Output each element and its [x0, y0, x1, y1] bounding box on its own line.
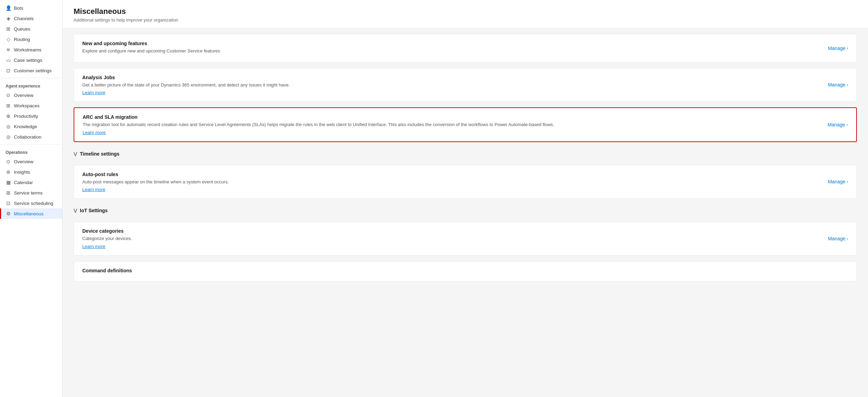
timeline-collapse-icon: ⋁ [74, 151, 77, 156]
card-device-categories: Device categories Categorize your device… [74, 222, 857, 256]
sidebar-item-op-service-scheduling[interactable]: ⊡ Service scheduling [0, 198, 62, 208]
operations-header: Operations [0, 147, 62, 156]
card-device-categories-link[interactable]: Learn more [82, 244, 105, 249]
chevron-right-icon-4: › [847, 179, 848, 184]
sidebar-item-op-insights[interactable]: ⊛ Insights [0, 167, 62, 177]
card-new-features-left: New and upcoming features Explore and co… [82, 41, 819, 56]
card-arc-sla-left: ARC and SLA migration The migration tool… [83, 114, 819, 135]
card-new-features: New and upcoming features Explore and co… [74, 34, 857, 63]
chevron-right-icon-2: › [847, 82, 848, 87]
ae-workspaces-icon: ⊞ [6, 103, 11, 108]
case-settings-icon: ▭ [6, 57, 11, 63]
sidebar-item-workstreams[interactable]: ≋ Workstreams [0, 44, 62, 55]
bots-icon: 👤 [6, 5, 11, 11]
workstreams-icon: ≋ [6, 47, 11, 52]
op-overview-icon: ⊙ [6, 159, 11, 164]
op-calendar-icon: ▦ [6, 180, 11, 185]
queues-icon: ⊞ [6, 26, 11, 32]
card-arc-sla: ARC and SLA migration The migration tool… [74, 107, 857, 142]
op-miscellaneous-icon: ⚙ [6, 211, 11, 216]
page-title: Miscellaneous [74, 7, 857, 16]
card-analysis-jobs-manage[interactable]: Manage › [819, 82, 848, 88]
sidebar-item-op-service-terms[interactable]: ⊞ Service terms [0, 188, 62, 198]
card-arc-sla-link[interactable]: Learn more [83, 130, 106, 135]
page-subtitle: Additional settings to help improve your… [74, 17, 857, 23]
sidebar: 👤 Bots ◈ Channels ⊞ Queues ◇ Routing ≋ W… [0, 0, 62, 397]
card-auto-post-left: Auto-post rules Auto-post messages appea… [82, 172, 819, 192]
card-arc-sla-title: ARC and SLA migration [83, 114, 819, 120]
card-command-definitions: Command definitions [74, 261, 857, 281]
card-new-features-title: New and upcoming features [82, 41, 819, 46]
card-analysis-jobs-left: Analysis Jobs Get a better picture of th… [82, 75, 819, 96]
sidebar-item-customer-settings[interactable]: ⊡ Customer settings [0, 65, 62, 76]
agent-experience-header: Agent experience [0, 80, 62, 90]
card-auto-post: Auto-post rules Auto-post messages appea… [74, 165, 857, 199]
sidebar-item-ae-productivity[interactable]: ⊕ Productivity [0, 111, 62, 121]
card-command-definitions-left: Command definitions [82, 268, 848, 275]
content-area: New and upcoming features Explore and co… [62, 34, 868, 292]
iot-section-label: IoT Settings [80, 208, 108, 213]
chevron-right-icon-5: › [847, 236, 848, 241]
sidebar-item-routing[interactable]: ◇ Routing [0, 34, 62, 44]
card-arc-sla-desc: The migration tool for automatic record … [83, 121, 819, 128]
ae-collaboration-icon: ◎ [6, 134, 11, 140]
sidebar-item-ae-knowledge[interactable]: ◎ Knowledge [0, 121, 62, 132]
page-header: Miscellaneous Additional settings to hel… [62, 0, 868, 28]
card-analysis-jobs-link[interactable]: Learn more [82, 90, 105, 95]
divider-2 [0, 144, 62, 144]
ae-knowledge-icon: ◎ [6, 124, 11, 129]
channels-icon: ◈ [6, 16, 11, 21]
divider-1 [0, 78, 62, 78]
card-command-definitions-title: Command definitions [82, 268, 848, 273]
card-arc-sla-manage[interactable]: Manage › [819, 122, 848, 127]
op-insights-icon: ⊛ [6, 169, 11, 175]
card-device-categories-manage[interactable]: Manage › [819, 236, 848, 241]
customer-settings-icon: ⊡ [6, 68, 11, 73]
sidebar-item-ae-collaboration[interactable]: ◎ Collaboration [0, 132, 62, 142]
sidebar-item-op-overview[interactable]: ⊙ Overview [0, 156, 62, 167]
sidebar-item-ae-workspaces[interactable]: ⊞ Workspaces [0, 100, 62, 111]
card-device-categories-desc: Categorize your devices. [82, 235, 819, 242]
ae-productivity-icon: ⊕ [6, 113, 11, 119]
card-analysis-jobs-title: Analysis Jobs [82, 75, 819, 80]
op-service-terms-icon: ⊞ [6, 190, 11, 196]
timeline-section-label: Timeline settings [80, 151, 119, 157]
card-auto-post-manage[interactable]: Manage › [819, 179, 848, 184]
sidebar-item-queues[interactable]: ⊞ Queues [0, 24, 62, 34]
card-new-features-desc: Explore and configure new and upcoming C… [82, 48, 819, 55]
chevron-right-icon-3: › [846, 122, 848, 127]
op-service-scheduling-icon: ⊡ [6, 200, 11, 206]
iot-section-header[interactable]: ⋁ IoT Settings [74, 203, 857, 216]
ae-overview-icon: ⊙ [6, 92, 11, 98]
card-device-categories-left: Device categories Categorize your device… [82, 228, 819, 249]
sidebar-item-bots[interactable]: 👤 Bots [0, 3, 62, 13]
routing-icon: ◇ [6, 36, 11, 42]
sidebar-item-case-settings[interactable]: ▭ Case settings [0, 55, 62, 65]
card-analysis-jobs: Analysis Jobs Get a better picture of th… [74, 68, 857, 102]
card-auto-post-desc: Auto-post messages appear on the timelin… [82, 179, 819, 185]
card-auto-post-title: Auto-post rules [82, 172, 819, 177]
timeline-section-header[interactable]: ⋁ Timeline settings [74, 146, 857, 159]
chevron-right-icon: › [847, 46, 848, 51]
main-content: Miscellaneous Additional settings to hel… [62, 0, 868, 397]
sidebar-item-op-calendar[interactable]: ▦ Calendar [0, 177, 62, 188]
sidebar-item-ae-overview[interactable]: ⊙ Overview [0, 90, 62, 100]
iot-collapse-icon: ⋁ [74, 208, 77, 213]
sidebar-item-op-miscellaneous[interactable]: ⚙ Miscellaneous [0, 208, 62, 219]
sidebar-item-channels[interactable]: ◈ Channels [0, 13, 62, 24]
card-new-features-manage[interactable]: Manage › [819, 46, 848, 51]
card-device-categories-title: Device categories [82, 228, 819, 234]
card-auto-post-link[interactable]: Learn more [82, 187, 105, 192]
card-analysis-jobs-desc: Get a better picture of the state of you… [82, 82, 819, 89]
